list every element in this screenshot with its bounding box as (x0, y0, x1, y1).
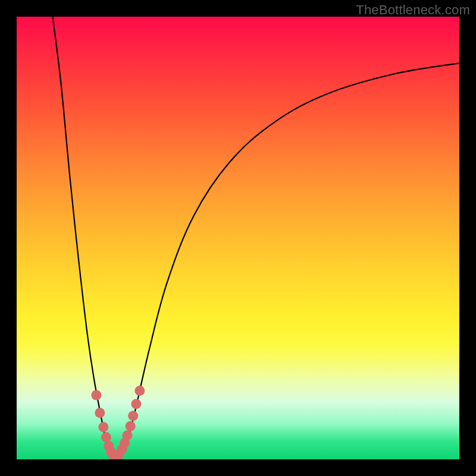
watermark-text: TheBottleneck.com (356, 2, 470, 18)
highlight-dot (134, 386, 145, 396)
curve-right-branch (121, 63, 459, 457)
curve-layer (17, 17, 459, 459)
highlight-dot (95, 408, 105, 418)
highlight-dots (91, 386, 145, 459)
highlight-dot (91, 390, 101, 400)
highlight-dot (98, 422, 108, 432)
highlight-dot (128, 411, 138, 421)
chart-frame: TheBottleneck.com (0, 0, 476, 476)
bottleneck-curve (52, 17, 459, 457)
highlight-dot (123, 430, 133, 440)
plot-area (17, 17, 459, 459)
highlight-dot (126, 421, 136, 431)
highlight-dot (131, 399, 141, 409)
curve-left-branch (52, 17, 114, 457)
highlight-dot (101, 432, 111, 442)
